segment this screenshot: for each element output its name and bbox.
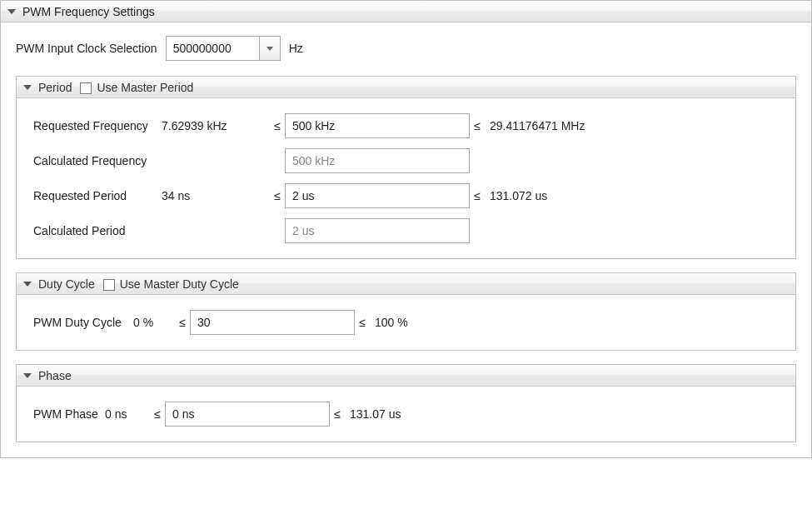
pwm-phase-row: PWM Phase 0 ns ≤ ≤ 131.07 us <box>33 402 779 427</box>
requested-frequency-input[interactable] <box>285 113 470 138</box>
pwm-frequency-settings-panel: PWM Frequency Settings PWM Input Clock S… <box>0 0 812 458</box>
calculated-frequency-label: Calculated Frequency <box>33 154 162 167</box>
period-title: Period <box>38 81 72 94</box>
requested-period-min: 34 ns <box>162 189 270 202</box>
pwm-input-clock-unit: Hz <box>289 42 303 55</box>
pwm-duty-cycle-input[interactable] <box>190 310 355 335</box>
chevron-down-icon <box>267 47 273 51</box>
le-symbol: ≤ <box>270 119 285 132</box>
requested-frequency-min: 7.62939 kHz <box>162 119 270 132</box>
pwm-duty-cycle-max: 100 % <box>370 316 408 329</box>
use-master-period-label: Use Master Period <box>97 81 193 94</box>
pwm-input-clock-dropdown-button[interactable] <box>259 36 281 61</box>
duty-cycle-title: Duty Cycle <box>38 277 95 291</box>
calculated-period-output <box>285 218 470 243</box>
requested-frequency-row: Requested Frequency 7.62939 kHz ≤ ≤ 29.4… <box>33 113 779 138</box>
use-master-period-checkbox[interactable] <box>80 82 92 94</box>
pwm-input-clock-combo[interactable] <box>166 36 281 61</box>
le-symbol: ≤ <box>355 316 370 329</box>
calculated-period-row: Calculated Period <box>33 218 779 243</box>
pwm-input-clock-label: PWM Input Clock Selection <box>16 42 157 55</box>
le-symbol: ≤ <box>270 189 285 202</box>
calculated-frequency-output <box>285 148 470 173</box>
pwm-phase-input[interactable] <box>165 402 330 427</box>
requested-period-max: 131.072 us <box>485 189 547 202</box>
use-master-duty-cycle-label: Use Master Duty Cycle <box>120 277 239 291</box>
pwm-input-clock-row: PWM Input Clock Selection Hz <box>16 36 796 61</box>
collapse-icon <box>23 282 32 287</box>
le-symbol: ≤ <box>330 407 345 421</box>
le-symbol: ≤ <box>470 119 485 132</box>
pwm-input-clock-input[interactable] <box>166 36 259 61</box>
calculated-period-label: Calculated Period <box>33 224 162 237</box>
duty-cycle-header[interactable]: Duty Cycle Use Master Duty Cycle <box>17 273 795 295</box>
pwm-phase-label: PWM Phase <box>33 407 105 421</box>
requested-period-row: Requested Period 34 ns ≤ ≤ 131.072 us <box>33 183 779 208</box>
phase-header[interactable]: Phase <box>17 365 795 387</box>
pwm-phase-min: 0 ns <box>105 407 150 421</box>
requested-period-input[interactable] <box>285 183 470 208</box>
pwm-duty-cycle-label: PWM Duty Cycle <box>33 316 133 329</box>
requested-period-label: Requested Period <box>33 189 162 202</box>
period-panel: Period Use Master Period Requested Frequ… <box>16 76 796 259</box>
requested-frequency-max: 29.41176471 MHz <box>485 119 585 132</box>
collapse-icon <box>23 373 32 378</box>
panel-title: PWM Frequency Settings <box>22 5 155 18</box>
duty-cycle-panel: Duty Cycle Use Master Duty Cycle PWM Dut… <box>16 272 796 351</box>
pwm-frequency-settings-header[interactable]: PWM Frequency Settings <box>1 1 811 22</box>
collapse-icon <box>7 9 16 14</box>
calculated-frequency-row: Calculated Frequency <box>33 148 779 173</box>
pwm-duty-cycle-row: PWM Duty Cycle 0 % ≤ ≤ 100 % <box>33 310 779 335</box>
collapse-icon <box>23 85 32 90</box>
phase-title: Phase <box>38 369 72 382</box>
le-symbol: ≤ <box>150 407 165 421</box>
period-header[interactable]: Period Use Master Period <box>17 77 795 98</box>
requested-frequency-label: Requested Frequency <box>33 119 162 132</box>
le-symbol: ≤ <box>470 189 485 202</box>
pwm-phase-max: 131.07 us <box>345 407 401 421</box>
phase-panel: Phase PWM Phase 0 ns ≤ ≤ 131.07 us <box>16 364 796 442</box>
pwm-duty-cycle-min: 0 % <box>133 316 175 329</box>
use-master-duty-cycle-checkbox[interactable] <box>103 279 115 291</box>
le-symbol: ≤ <box>175 316 190 329</box>
